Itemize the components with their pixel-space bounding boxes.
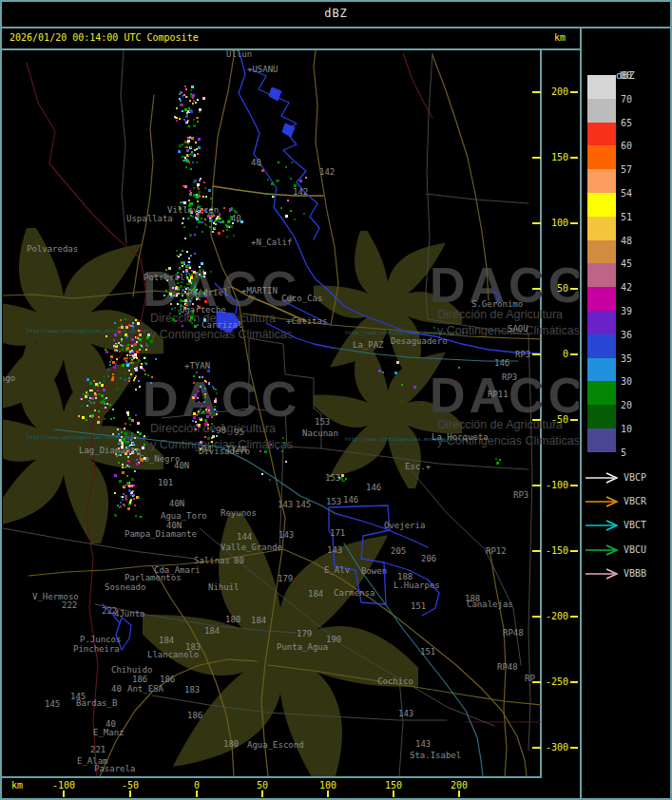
radar-echo-pixel: [199, 274, 201, 276]
radar-echo-pixel: [127, 414, 129, 416]
radar-echo-pixel: [126, 357, 128, 359]
radar-echo-pixel: [184, 157, 186, 159]
radar-echo-pixel: [187, 143, 189, 144]
map-label: 151: [411, 601, 426, 611]
scale-boundary-label: 48: [621, 236, 632, 246]
right-axis-label: 50: [542, 283, 568, 294]
vector-legend-row: VBBB: [584, 567, 671, 581]
radar-echo-pixel: [125, 318, 126, 320]
radar-echo-pixel: [109, 361, 111, 363]
radar-echo-pixel: [128, 324, 130, 326]
radar-echo-pixel: [168, 267, 171, 270]
radar-echo-pixel: [91, 390, 93, 391]
radar-echo-pixel: [204, 187, 206, 189]
scale-color-block: [587, 311, 616, 334]
dbz-scale-panel: dBZ 807065605754514845423936353020105VBC…: [582, 28, 672, 800]
map-label: La_Horqueta: [432, 432, 489, 442]
radar-echo-pixel: [125, 423, 126, 425]
radar-echo-pixel: [269, 479, 271, 481]
radar-echo-pixel: [208, 189, 211, 192]
radar-echo-pixel: [115, 344, 117, 346]
map-label: Perdriel: [187, 288, 228, 297]
radar-echo-pixel: [216, 413, 218, 415]
right-axis-tick: [570, 747, 578, 749]
radar-echo-pixel: [204, 388, 206, 390]
radar-echo-pixel: [126, 347, 129, 350]
map-label: 183: [185, 642, 201, 652]
map-label: 40: [106, 719, 116, 729]
radar-echo-pixel: [197, 183, 200, 186]
radar-echo-pixel: [140, 330, 142, 332]
radar-echo-pixel: [147, 333, 150, 336]
map-label: Uspallata: [126, 214, 173, 223]
radar-echo-pixel: [193, 416, 196, 419]
radar-echo-pixel: [197, 186, 199, 188]
radar-echo-pixel: [185, 166, 187, 168]
dacc-subtitle-watermark: Dirección de Agricultura: [437, 308, 563, 321]
radar-echo-pixel: [124, 505, 125, 506]
radar-echo-pixel: [114, 474, 117, 477]
radar-echo-pixel: [130, 360, 132, 362]
radar-echo-pixel: [188, 107, 190, 109]
map-label: Ugarteche: [180, 305, 226, 314]
radar-echo-pixel: [144, 435, 145, 437]
radar-echo-pixel: [219, 213, 221, 215]
radar-echo-pixel: [202, 231, 203, 233]
radar-echo-pixel: [305, 177, 307, 179]
map-label: 186: [132, 675, 147, 684]
radar-echo-pixel: [131, 338, 134, 341]
radar-echo-pixel: [185, 88, 187, 90]
radar-echo-pixel: [212, 386, 214, 388]
radar-echo-pixel: [165, 290, 167, 292]
radar-echo-pixel: [290, 210, 292, 212]
map-edge-tick: [532, 353, 541, 355]
radar-echo-pixel: [189, 234, 192, 237]
map-label: +USANU: [247, 65, 278, 74]
radar-echo-pixel: [112, 361, 115, 364]
radar-echo-pixel: [173, 295, 175, 296]
radar-echo-pixel: [125, 345, 127, 347]
scale-color-block: [587, 169, 616, 193]
radar-echo-pixel: [191, 274, 193, 276]
radar-echo-pixel: [278, 162, 279, 163]
radar-echo-pixel: [189, 283, 191, 285]
radar-echo-pixel: [204, 423, 207, 426]
radar-echo-pixel: [106, 335, 107, 337]
map-label: 146: [343, 495, 358, 505]
bottom-axis-label: -100: [45, 780, 83, 790]
map-label: E_Manz: [93, 728, 125, 737]
radar-echo-pixel: [135, 515, 137, 517]
radar-echo-pixel: [207, 424, 209, 426]
radar-echo-pixel: [176, 293, 178, 295]
radar-echo-pixel: [132, 433, 134, 435]
map-label: 143: [398, 709, 413, 718]
radar-echo-pixel: [137, 322, 140, 325]
radar-echo-pixel: [131, 345, 133, 347]
radar-echo-pixel: [134, 437, 136, 439]
radar-echo-pixel: [190, 93, 192, 95]
radar-echo-pixel: [190, 146, 192, 148]
radar-echo-pixel: [201, 411, 202, 413]
right-axis-tick: [570, 550, 578, 552]
radar-echo-pixel: [135, 369, 138, 371]
radar-echo-pixel: [119, 480, 122, 483]
scale-boundary-label: 70: [621, 94, 632, 105]
map-label: 186: [187, 711, 202, 720]
radar-echo-pixel: [285, 461, 287, 463]
map-label: 146: [366, 483, 381, 492]
radar-echo-pixel: [214, 409, 216, 410]
map-label: 190: [326, 635, 341, 644]
vector-legend-label: VBCP: [624, 472, 646, 483]
map-label: 40N: [174, 461, 189, 470]
map-label: TYAN: [226, 445, 247, 454]
radar-echo-pixel: [188, 200, 190, 201]
radar-echo-pixel: [198, 193, 200, 195]
radar-echo-pixel: [378, 370, 381, 372]
radar-echo-pixel: [134, 343, 137, 346]
radar-echo-pixel: [204, 393, 206, 395]
radar-echo-pixel: [144, 362, 146, 364]
bottom-axis-label: 0: [178, 780, 216, 790]
right-axis-label: -200: [542, 611, 568, 621]
radar-echo-pixel: [125, 378, 127, 380]
radar-echo-pixel: [210, 198, 212, 200]
